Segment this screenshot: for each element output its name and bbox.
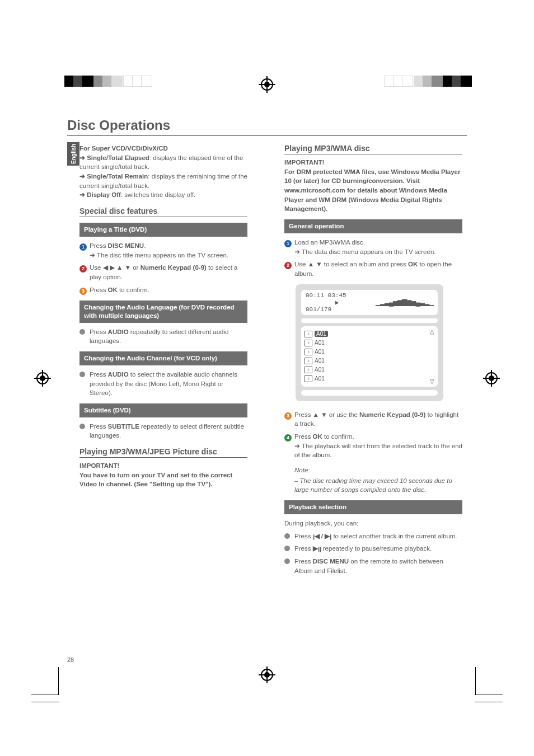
display-panel: 00:11 03:45 ▶ 001/179 ▁▂▃▄▅▆▇▆▅▄▃▂▁ △ ♪A… [296, 284, 443, 401]
step-3: 3 Press OK to confirm. [79, 285, 247, 295]
step-number-icon: 1 [79, 243, 87, 251]
prev-next-icon: ꞁ◀ / ▶ꞁ [313, 533, 332, 539]
color-bar-right [384, 76, 470, 89]
step-text: Use ◀ ▶ ▲ ▼ or [90, 264, 140, 271]
list-item-label: A01 [315, 358, 325, 364]
audio-channel-step: Press AUDIO to select the available audi… [79, 370, 247, 398]
registration-mark-bottom [261, 669, 273, 681]
step-text-bold: DISC MENU [313, 558, 349, 565]
step-text: Press [294, 433, 313, 440]
mp3-wma-heading: Playing MP3/WMA disc [284, 144, 462, 153]
step-1: 1 Press DISC MENU. ➜ The disc title menu… [79, 241, 247, 260]
svcd-line1: ➜ Single/Total Elapsed: displays the ela… [79, 153, 247, 172]
audio-language-block: Changing the Audio Language (for DVD rec… [79, 300, 247, 323]
list-item-label: A01 [315, 367, 325, 373]
left-column: For Super VCD/VCD/DivX/CD ➜ Single/Total… [79, 144, 247, 579]
step-text: Press [90, 328, 108, 335]
r-step-3: 3 Press ▲ ▼ or use the Numeric Keypad (0… [284, 410, 462, 429]
step-text: Press [90, 287, 108, 293]
step-sub-text: ➜ The playback will start from the selec… [294, 443, 462, 459]
panel-list: △ ♪A01 ♪A01 ♪A01 ♪A01 ♪A01 ♪A01 ▽ [301, 326, 438, 387]
step-text: . [144, 242, 146, 249]
step-text-bold: OK [108, 287, 118, 293]
bullet-icon [284, 546, 290, 551]
bullet-icon [284, 533, 290, 539]
music-note-icon: ♪ [305, 349, 312, 355]
step-number-icon: 3 [79, 288, 87, 295]
step-text: Load an MP3/WMA disc. [294, 239, 365, 246]
step-number-icon: 2 [284, 262, 292, 269]
equalizer-icon: ▁▂▃▄▅▆▇▆▅▄▃▂▁ [376, 298, 433, 306]
registration-mark-left [36, 372, 49, 384]
during-playback-text: During playback, you can: [284, 519, 462, 528]
step-text: Press ▲ ▼ or use the [294, 411, 359, 418]
crop-mark [475, 694, 503, 694]
panel-spacer [301, 318, 438, 323]
list-item: ♪A01 [305, 374, 434, 383]
list-item: ♪A01 [305, 348, 434, 356]
bullet-icon [284, 558, 290, 564]
step-text-bold: Numeric Keypad (0-9) [140, 264, 207, 271]
list-item-label: A01 [315, 331, 328, 337]
subtitles-block: Subtitles (DVD) [79, 403, 247, 417]
step-text: Press [90, 242, 108, 249]
scroll-down-icon: ▽ [430, 378, 434, 384]
important-text: For DRM protected WMA files, use Windows… [284, 167, 462, 214]
panel-spacer [301, 390, 438, 396]
panel-time: 00:11 03:45 [306, 292, 346, 299]
r-step-4: 4 Press OK to confirm. ➜ The playback wi… [284, 432, 462, 460]
crop-mark [31, 702, 59, 702]
right-column: Playing MP3/WMA disc IMPORTANT! For DRM … [284, 144, 462, 579]
step-text: Press [294, 545, 313, 552]
step-text-bold: OK [313, 433, 322, 440]
step-number-icon: 2 [79, 265, 87, 273]
music-note-icon: ♪ [305, 340, 312, 346]
step-text-bold: Numeric Keypad (0-9) [359, 411, 425, 418]
registration-mark-top [261, 78, 273, 91]
note-text: – The disc reading time may exceed 10 se… [294, 476, 462, 495]
step-number-icon: 3 [284, 412, 292, 420]
music-note-icon: ♪ [305, 331, 312, 337]
step-text: to confirm. [118, 287, 149, 293]
step-text: Press [294, 558, 313, 565]
color-bar-left [64, 76, 150, 89]
audio-language-step: Press AUDIO repeatedly to select differe… [79, 327, 247, 346]
step-text-bold: OK [408, 261, 418, 267]
section-underline [79, 217, 247, 217]
crop-mark [58, 667, 59, 695]
step-text: to confirm. [322, 433, 354, 440]
page-content: Disc Operations English For Super VCD/VC… [67, 118, 467, 579]
audio-channel-block: Changing the Audio Channel (for VCD only… [79, 351, 247, 365]
list-item: ♪A01 [305, 365, 434, 374]
step-2: 2 Use ◀ ▶ ▲ ▼ or Numeric Keypad (0-9) to… [79, 263, 247, 281]
step-text-bold: AUDIO [108, 328, 129, 335]
list-item: ♪A01 [305, 356, 434, 365]
step-text: Press [90, 371, 108, 378]
list-item: ♪A01 [305, 330, 434, 339]
step-sub-text: ➜ The data disc menu appears on the TV s… [294, 248, 436, 255]
play-icon: ▶ [335, 299, 339, 306]
playback-selection-block: Playback selection [284, 500, 462, 514]
pb-step-1: Press ꞁ◀ / ▶ꞁ to select another track in… [284, 532, 462, 541]
crop-mark [475, 667, 476, 695]
crop-mark [475, 702, 503, 702]
label-bold: Single/Total Elapsed [87, 154, 149, 161]
subtitles-step: Press SUBTITLE repeatedly to select diff… [79, 422, 247, 440]
label-bold: Single/Total Remain [87, 173, 148, 180]
label-text: : switches time display off. [121, 191, 195, 198]
step-text: Press [294, 533, 313, 539]
arrow-icon: ➜ [79, 191, 87, 198]
important-label: IMPORTANT! [79, 461, 247, 471]
step-text: to select another track in the current a… [331, 533, 457, 539]
important-text: You have to turn on your TV and set to t… [79, 471, 247, 489]
scroll-up-icon: △ [430, 328, 434, 335]
svcd-line3: ➜ Display Off: switches time display off… [79, 190, 247, 200]
list-item-label: A01 [315, 349, 325, 355]
note-label: Note: [294, 466, 462, 475]
bullet-icon [79, 329, 85, 335]
music-note-icon: ♪ [305, 358, 312, 364]
step-number-icon: 4 [284, 434, 292, 442]
registration-mark-right [485, 372, 498, 384]
section-underline [284, 154, 462, 154]
step-text-bold: AUDIO [108, 371, 129, 378]
